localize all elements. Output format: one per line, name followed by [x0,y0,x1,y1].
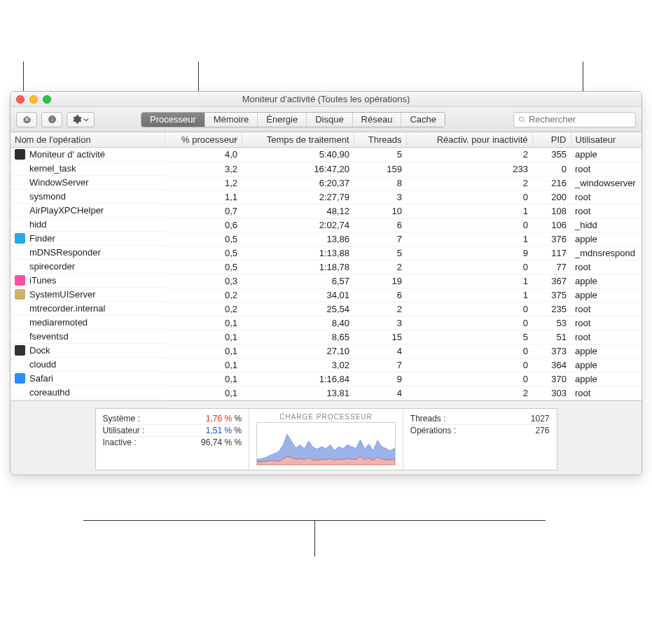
cell-threads: 10 [354,204,406,218]
tab-disque[interactable]: Disque [307,113,352,127]
table-row[interactable]: WindowServer1,26:20,3782216_windowserver [11,176,641,190]
table-row[interactable]: Moniteur d' activité4,05:40,9052355apple [11,148,641,162]
table-row[interactable]: coreauthd0,113,8142303root [11,386,641,400]
table-row[interactable]: SystemUIServer0,234,0161375apple [11,288,641,302]
table-row[interactable]: sysmond1,12:27,7930200root [11,190,641,204]
cell-cpu: 0,5 [165,260,242,274]
column-header-cpu[interactable]: % processeur [165,132,242,148]
cell-user: _mdnsrespond [571,246,641,260]
minimize-icon[interactable] [29,95,38,104]
search-field[interactable] [513,112,636,127]
tab-processeur[interactable]: Processeur [141,113,205,127]
info-button[interactable]: i [41,112,62,127]
table-row[interactable]: Finder0,513,8671376apple [11,232,641,246]
process-name: mediaremoted [29,317,88,328]
close-icon[interactable] [16,95,25,104]
cell-user: root [571,316,641,330]
cell-pid: 77 [532,260,571,274]
table-row[interactable]: Safari0,11:16,8490370apple [11,372,641,386]
table-row[interactable]: fseventsd0,18,6515551root [11,330,641,344]
table-row[interactable]: iTunes0,36,57191367apple [11,274,641,288]
cell-time: 13,81 [242,386,354,400]
cell-user: root [571,204,641,218]
cell-pid: 216 [532,176,571,190]
ops-total-label: Opérations : [410,426,456,435]
table-row[interactable]: kernel_task3,216:47,201592330root [11,162,641,176]
cell-user: apple [571,288,641,302]
column-header-name[interactable]: Nom de l'opération [11,132,165,148]
cell-pid: 303 [532,386,571,400]
cell-threads: 159 [354,162,406,176]
window-title: Moniteur d'activité (Toutes les opératio… [11,94,641,104]
cell-user: root [571,330,641,344]
table-row[interactable]: mDNSResponder0,51:13,8859117_mdnsrespond [11,246,641,260]
cell-threads: 4 [354,344,406,358]
cell-cpu: 0,1 [165,344,242,358]
column-header-pid[interactable]: PID [532,132,571,148]
cell-threads: 6 [354,288,406,302]
finder-app-icon [15,233,25,244]
table-row[interactable]: cloudd0,13,0270364apple [11,358,641,372]
process-name: AirPlayXPCHelper [29,205,104,216]
cell-threads: 19 [354,274,406,288]
system-pct-value: 1,76 % [206,414,232,424]
svg-point-5 [519,116,523,120]
cell-user: apple [571,372,641,386]
cell-user: root [571,162,641,176]
cell-idle: 0 [406,358,532,372]
cell-idle: 233 [406,162,532,176]
table-row[interactable]: AirPlayXPCHelper0,748,12101108root [11,204,641,218]
no-icon [15,191,25,202]
table-row[interactable]: mediaremoted0,18,403053root [11,316,641,330]
cell-pid: 355 [532,148,571,162]
threads-total-value: 1027 [531,414,550,424]
tab-cache[interactable]: Cache [401,113,445,127]
table-row[interactable]: mtrecorder.internal0,225,5420235root [11,302,641,316]
cell-threads: 5 [354,246,406,260]
process-name: WindowServer [29,177,89,188]
cell-threads: 2 [354,260,406,274]
cell-idle: 0 [406,344,532,358]
table-row[interactable]: hidd0,62:02,7460106_hidd [11,218,641,232]
no-icon [15,163,25,174]
column-header-idle-wake[interactable]: Réactiv. pour inactivité [406,132,532,148]
thread-ops-stats: Threads : 1027 Opérations : 276 [403,409,557,470]
tab-mémoire[interactable]: Mémoire [205,113,258,127]
cell-idle: 0 [406,190,532,204]
process-name: hidd [29,219,47,230]
search-input[interactable] [529,114,631,125]
cell-time: 13,86 [242,232,354,246]
window-controls [16,95,51,104]
chevron-down-icon [83,117,89,122]
cell-cpu: 1,1 [165,190,242,204]
process-name: mtrecorder.internal [29,303,105,314]
cell-idle: 2 [406,176,532,190]
cell-time: 16:47,20 [242,162,354,176]
cell-threads: 7 [354,358,406,372]
stop-process-button[interactable] [16,112,37,127]
activity-app-icon [15,149,25,160]
table-row[interactable]: spirecorder0,51:18,782077root [11,260,641,274]
idle-pct-value: 96,74 % [201,438,232,447]
column-header-threads[interactable]: Threads [354,132,406,148]
cell-time: 1:13,88 [242,246,354,260]
cell-user: apple [571,148,641,162]
column-header-user[interactable]: Utilisateur [571,132,641,148]
cpu-load-chart-panel: CHARGE PROCESSEUR [249,409,403,470]
tab-réseau[interactable]: Réseau [353,113,402,127]
maximize-icon[interactable] [43,95,51,104]
no-icon [15,303,25,314]
cpu-percent-stats: Système : 1,76 % % Utilisateur : 1,51 % … [96,409,250,470]
cell-cpu: 0,2 [165,288,242,302]
cell-pid: 367 [532,274,571,288]
column-header-time[interactable]: Temps de traitement [242,132,354,148]
cell-cpu: 0,2 [165,302,242,316]
tab-énergie[interactable]: Énergie [258,113,307,127]
cell-pid: 375 [532,288,571,302]
cell-idle: 2 [406,148,532,162]
process-name: iTunes [29,275,57,286]
table-row[interactable]: Dock0,127,1040373apple [11,344,641,358]
cell-time: 5:40,90 [242,148,354,162]
category-tabs: ProcesseurMémoireÉnergieDisqueRéseauCach… [141,112,445,127]
options-button[interactable] [67,112,95,127]
